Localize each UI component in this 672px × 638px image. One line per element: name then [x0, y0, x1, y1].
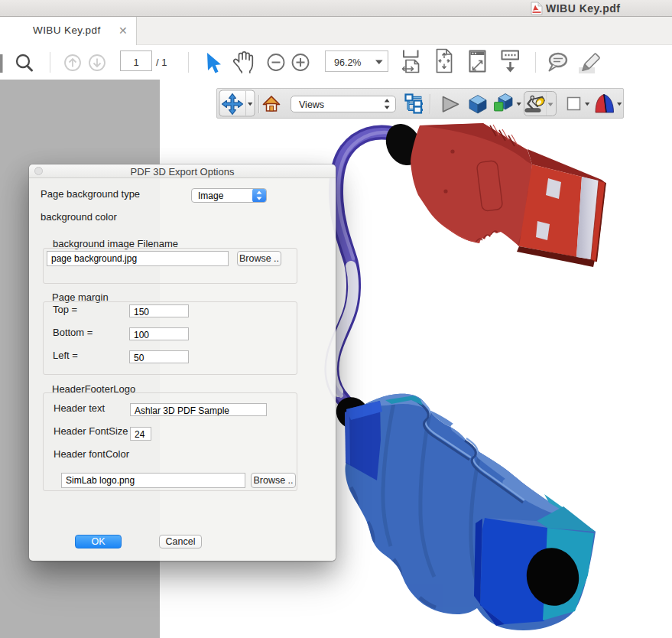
svg-text:Views: Views: [299, 99, 324, 110]
